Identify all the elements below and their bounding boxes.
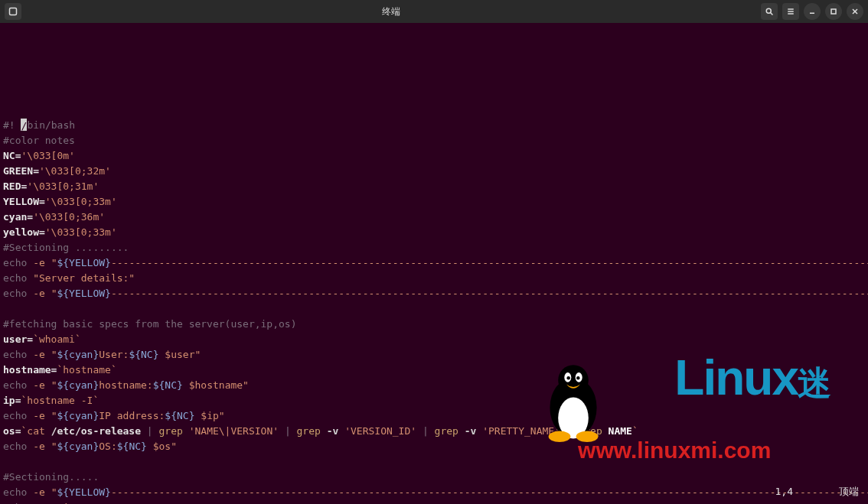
code-token: ${NC}: [153, 379, 183, 391]
code-line: YELLOW='\033[0;33m': [3, 194, 865, 210]
code-token: ip=: [3, 395, 21, 406]
search-icon: [765, 7, 774, 16]
svg-rect-0: [10, 8, 17, 15]
code-line: echo "Server details:": [3, 271, 865, 286]
code-line: #color notes: [3, 133, 865, 148]
code-token: ----------------------------------------…: [111, 257, 868, 268]
code-token: echo: [3, 441, 33, 452]
code-token: grep: [435, 425, 465, 437]
code-token: [3, 456, 9, 467]
code-token: -v: [327, 425, 344, 437]
code-token: '\033[0;33m': [45, 196, 117, 207]
code-token: |: [560, 425, 578, 437]
code-token: -e: [33, 349, 51, 360]
code-token: -e: [33, 379, 51, 391]
code-line: echo "Service status:": [3, 500, 865, 504]
code-token: ${NC}: [117, 441, 147, 452]
code-line: echo -e "${cyan}IP address:${NC} $ip": [3, 408, 865, 424]
code-token: echo: [3, 379, 33, 391]
code-line: ip=`hostname -I`: [3, 393, 865, 408]
svg-line-2: [771, 13, 773, 15]
code-token: -e: [33, 288, 51, 299]
code-token: #fetching basic specs from the server(us…: [3, 318, 297, 330]
code-line: [3, 454, 865, 470]
minimize-button[interactable]: [804, 3, 821, 20]
code-token: #Sectioning.....: [3, 471, 99, 483]
code-token: echo: [3, 288, 33, 299]
code-line: #Sectioning.....: [3, 470, 865, 485]
code-token: `hostname -I`: [21, 395, 99, 406]
code-token: `whoami`: [33, 333, 81, 345]
window-titlebar: 终端: [0, 0, 868, 23]
code-line: cyan='\033[0;36m': [3, 210, 865, 225]
code-token: -e: [33, 257, 51, 268]
code-token: hostname=: [3, 364, 57, 376]
code-token: hostname:: [99, 379, 152, 391]
code-token: YELLOW=: [3, 196, 45, 207]
scroll-position: 顶端: [839, 484, 859, 499]
hamburger-icon: [786, 7, 795, 16]
code-token: ${YELLOW}: [57, 257, 110, 268]
code-token: $user": [159, 349, 201, 360]
close-button[interactable]: [847, 3, 863, 20]
minimize-icon: [808, 7, 817, 16]
maximize-icon: [829, 7, 838, 16]
code-token: NC=: [3, 150, 21, 161]
code-token: -v: [465, 425, 482, 437]
code-line: echo -e "${cyan}OS:${NC} $os": [3, 439, 865, 454]
code-token: IP address:: [99, 410, 165, 421]
cursor-position: 1,4: [775, 484, 793, 499]
code-token: bin/bash: [27, 119, 75, 131]
code-token: [3, 303, 9, 314]
code-line: [3, 301, 865, 317]
code-token: #!: [3, 119, 21, 131]
code-line: yellow='\033[0;33m': [3, 225, 865, 240]
code-token: RED=: [3, 180, 27, 192]
code-token: echo: [3, 272, 33, 284]
code-token: -e: [33, 441, 51, 452]
code-token: `: [632, 425, 638, 437]
code-token: echo: [3, 410, 33, 421]
code-token: ${YELLOW}: [57, 288, 110, 299]
code-line: echo -e "${YELLOW}----------------------…: [3, 255, 865, 271]
code-line: echo -e "${YELLOW}----------------------…: [3, 485, 865, 500]
code-token: echo: [3, 349, 33, 360]
terminal-editor-area[interactable]: #! /bin/bash#color notesNC='\033[0m'GREE…: [0, 23, 868, 504]
code-token: yellow=: [3, 226, 45, 238]
code-token: "Server details:": [33, 272, 135, 284]
code-token: ${cyan}: [57, 441, 99, 452]
code-token: NAME: [609, 425, 632, 437]
code-token: GREEN=: [3, 165, 39, 177]
code-token: user=: [3, 333, 33, 345]
titlebar-left: [5, 3, 21, 20]
close-icon: [850, 7, 860, 16]
code-token: '\033[0;32m': [39, 165, 111, 177]
code-token: ${YELLOW}: [57, 486, 110, 498]
search-button[interactable]: [761, 3, 778, 20]
code-line: echo -e "${YELLOW}----------------------…: [3, 286, 865, 301]
code-token: ----------------------------------------…: [111, 288, 868, 299]
code-token: ${cyan}: [57, 349, 99, 360]
code-token: '\033[0;33m': [45, 226, 117, 238]
vim-ruler: 1,4 顶端: [775, 484, 859, 499]
code-line: NC='\033[0m': [3, 148, 865, 164]
code-token: $ip": [194, 410, 224, 421]
maximize-button[interactable]: [825, 3, 842, 20]
code-token: ${NC}: [165, 410, 194, 421]
code-token: ${cyan}: [57, 379, 99, 391]
code-line: user=`whoami`: [3, 332, 865, 347]
menu-button[interactable]: [782, 3, 799, 20]
code-line: echo -e "${cyan}hostname:${NC} $hostname…: [3, 378, 865, 393]
svg-point-1: [766, 8, 771, 13]
code-token: grep: [297, 425, 327, 437]
code-token: User:: [99, 349, 129, 360]
code-token: #color notes: [3, 135, 75, 146]
code-line: #fetching basic specs from the server(us…: [3, 317, 865, 332]
code-token: ----------------------------------------…: [111, 486, 868, 498]
new-tab-button[interactable]: [5, 3, 21, 20]
code-token: grep: [159, 425, 189, 437]
code-token: -e: [33, 486, 51, 498]
code-token: -e: [33, 410, 51, 421]
svg-rect-7: [831, 9, 836, 14]
code-token: cyan=: [3, 211, 33, 223]
